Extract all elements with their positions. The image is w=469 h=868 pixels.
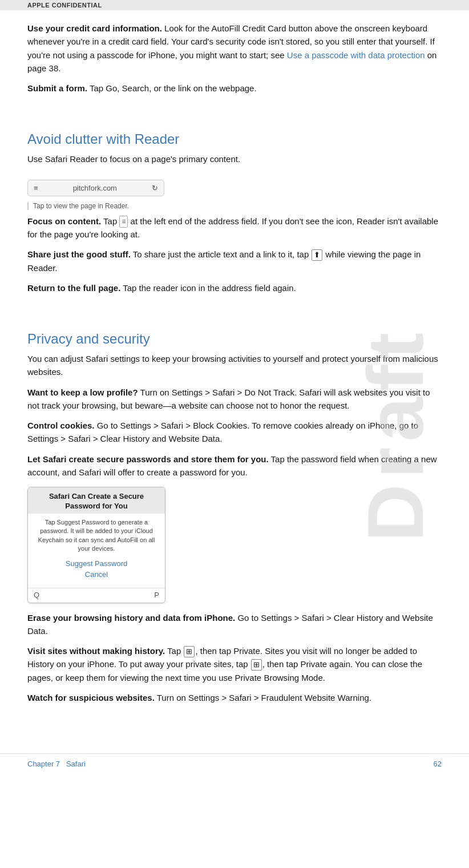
- reader-subtitle: Use Safari Reader to focus on a page's p…: [27, 152, 442, 165]
- visit-bold: Visit sites without making history.: [27, 646, 165, 656]
- ps-title: Safari Can Create a Secure Password for …: [34, 492, 159, 511]
- footer-page-number: 62: [434, 760, 442, 768]
- submit-form-body: Tap Go, Search, or the link on the webpa…: [87, 83, 257, 93]
- submit-form-paragraph: Submit a form. Tap Go, Search, or the li…: [27, 82, 442, 95]
- visit-paragraph: Visit sites without making history. Tap …: [27, 644, 442, 684]
- browser-caption: Tap to view the page in Reader.: [27, 202, 442, 210]
- footer-chapter: Chapter 7 Safari: [27, 760, 86, 768]
- credit-card-paragraph: Use your credit card information. Look f…: [27, 22, 442, 75]
- focus-body1: Tap: [101, 216, 119, 226]
- erase-paragraph: Erase your browsing history and data fro…: [27, 611, 442, 638]
- return-paragraph: Return to the full page. Tap the reader …: [27, 281, 442, 294]
- cookies-paragraph: Control cookies. Go to Settings > Safari…: [27, 419, 442, 446]
- visit-icon1: ⊞: [184, 646, 195, 657]
- focus-content-paragraph: Focus on content. Tap ≡ at the left end …: [27, 215, 442, 241]
- share-body1: To share just the article text and a lin…: [131, 249, 312, 259]
- share-icon: ⬆: [312, 249, 322, 261]
- browser-mockup: ≡ pitchfork.com ↻: [27, 180, 164, 196]
- visit-icon2: ⊞: [251, 659, 262, 671]
- cookies-bold: Control cookies.: [27, 421, 95, 430]
- ps-footer-right: P: [154, 591, 159, 599]
- watch-body: Turn on Settings > Safari > Fraudulent W…: [155, 693, 371, 703]
- ps-suggest-button[interactable]: Suggest Password: [36, 559, 157, 568]
- password-screenshot: Safari Can Create a Secure Password for …: [27, 487, 165, 603]
- browser-menu-icon: ≡: [34, 184, 38, 192]
- footer-chapter-label: Chapter 7: [27, 760, 60, 768]
- ps-footer-left: Q: [34, 591, 39, 599]
- erase-bold: Erase your browsing history and data fro…: [27, 613, 235, 623]
- want-paragraph: Want to keep a low profile? Turn on Sett…: [27, 386, 442, 413]
- confidential-label: APPLE CONFIDENTIAL: [27, 2, 102, 9]
- share-paragraph: Share just the good stuff. To share just…: [27, 248, 442, 274]
- privacy-section-title: Privacy and security: [27, 330, 442, 348]
- ps-desc: Tap Suggest Password to generate a passw…: [36, 518, 157, 554]
- page-footer: Chapter 7 Safari 62: [0, 753, 469, 768]
- submit-form-bold: Submit a form.: [27, 83, 87, 93]
- browser-reload-icon: ↻: [152, 184, 158, 192]
- reader-section-title: Avoid clutter with Reader: [27, 130, 442, 148]
- watch-paragraph: Watch for suspicious websites. Turn on S…: [27, 691, 442, 704]
- credit-card-bold: Use your credit card information.: [27, 23, 162, 33]
- password-paragraph: Let Safari create secure passwords and s…: [27, 453, 442, 479]
- browser-url: pitchfork.com: [43, 184, 147, 192]
- watch-bold: Watch for suspicious websites.: [27, 693, 155, 703]
- visit-body1: Tap: [165, 646, 183, 656]
- reader-icon: ≡: [119, 216, 128, 228]
- passcode-link[interactable]: Use a passcode with data protection: [287, 50, 425, 60]
- return-bold: Return to the full page.: [27, 283, 120, 293]
- privacy-subtitle: You can adjust Safari settings to keep y…: [27, 352, 442, 379]
- ps-cancel-button[interactable]: Cancel: [36, 570, 157, 579]
- footer-chapter-name: Safari: [66, 760, 86, 768]
- return-body: Tap the reader icon in the address field…: [120, 283, 296, 293]
- share-bold: Share just the good stuff.: [27, 249, 131, 259]
- want-bold: Want to keep a low profile?: [27, 387, 138, 397]
- focus-bold: Focus on content.: [27, 216, 101, 226]
- password-bold: Let Safari create secure passwords and s…: [27, 454, 269, 464]
